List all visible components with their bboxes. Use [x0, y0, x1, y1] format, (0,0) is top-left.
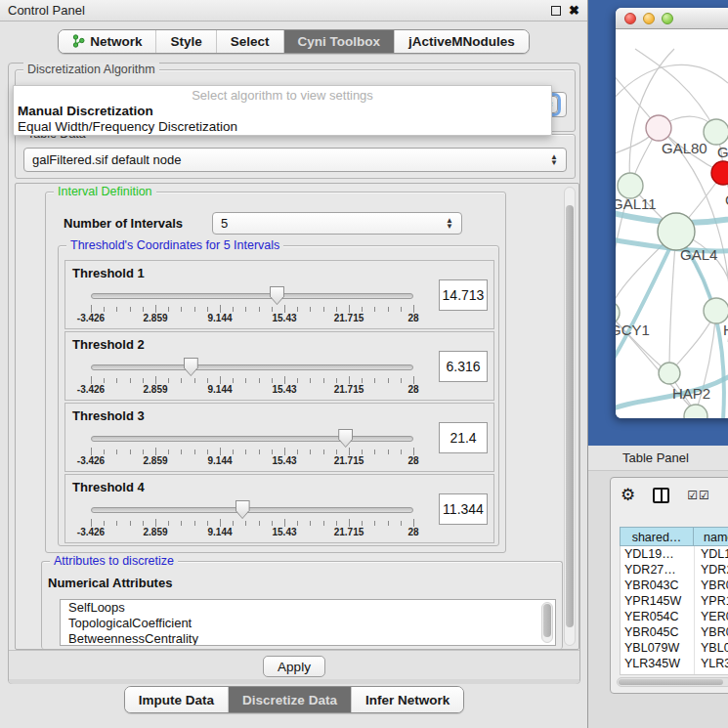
combo-arrows-icon: ▲▼	[550, 154, 558, 166]
minor-tick	[259, 378, 260, 383]
slider-track[interactable]	[91, 436, 413, 442]
zoom-light-icon[interactable]	[662, 13, 673, 24]
slider-track[interactable]	[91, 364, 413, 370]
minimize-light-icon[interactable]	[643, 13, 655, 24]
table-row[interactable]: YLR345WYLR3	[621, 656, 728, 671]
float-window-icon[interactable]	[551, 6, 561, 16]
network-node-ga[interactable]	[704, 119, 728, 145]
numerical-attributes-label: Numerical Attributes	[48, 576, 172, 590]
cell-shared-name[interactable]: YBR043C	[621, 578, 695, 593]
slider-track[interactable]	[91, 293, 413, 299]
minor-tick	[143, 521, 144, 526]
slider-thumb[interactable]	[184, 358, 198, 376]
cell-shared-name[interactable]: YER054C	[621, 609, 695, 624]
table-row[interactable]: YPR145WYPR1	[621, 593, 728, 609]
threshold-value-field[interactable]: 11.344	[439, 493, 488, 525]
minor-tick	[388, 521, 389, 526]
cell-name[interactable]: YDR2	[695, 562, 728, 578]
table-data-combobox[interactable]: galFiltered.sif default node ▲▼	[23, 148, 567, 172]
close-icon[interactable]: ✖	[569, 6, 579, 16]
attribute-item-topologicalcoefficient[interactable]: TopologicalCoefficient	[61, 616, 555, 631]
horizontal-scrollbar[interactable]	[617, 677, 728, 687]
slider-track[interactable]	[91, 507, 413, 513]
table-row[interactable]: YDL19…YDL1	[621, 546, 728, 562]
major-tick	[220, 305, 221, 313]
dropdown-option-equal-width-frequency-discretization[interactable]: Equal Width/Frequency Discretization	[14, 119, 551, 135]
cell-shared-name[interactable]: YBR045C	[621, 624, 695, 640]
cell-name[interactable]: YPR1	[695, 593, 728, 609]
cell-name[interactable]: YLR3	[695, 656, 728, 671]
slider-thumb[interactable]	[236, 500, 250, 519]
network-window[interactable]: GAL80GACGAL11GAL4GCY1HHAP2	[616, 8, 728, 418]
network-node-c[interactable]	[711, 161, 728, 185]
tab-impute-data[interactable]: Impute Data	[125, 687, 229, 712]
column-header-shared-name[interactable]: shared…	[620, 527, 694, 546]
minor-tick	[401, 307, 402, 312]
cell-name[interactable]: YBR0	[695, 624, 728, 640]
tick-label: 28	[407, 384, 418, 395]
cell-name[interactable]: YBL0	[695, 640, 728, 656]
threshold-value-field[interactable]: 6.316	[439, 351, 488, 382]
table-row[interactable]: YDR27…YDR2	[621, 562, 728, 578]
attribute-item-betweennesscentrality[interactable]: BetweennessCentrality	[61, 631, 555, 646]
major-tick	[349, 376, 350, 384]
split-columns-icon[interactable]	[653, 488, 669, 503]
tab-jactivemnodules[interactable]: jActiveMNodules	[395, 30, 529, 53]
cell-name[interactable]: YER0	[695, 609, 728, 624]
dropdown-option-manual-discretization[interactable]: Manual Discretization	[14, 104, 551, 119]
table-row[interactable]: YBR045CYBR0	[621, 624, 728, 640]
list-scrollbar-thumb[interactable]	[543, 604, 551, 637]
numerical-attributes-list[interactable]: SelfLoopsTopologicalCoefficientBetweenne…	[60, 599, 556, 646]
checked-checkbox-icons[interactable]: ☑☑	[687, 489, 710, 502]
network-canvas[interactable]: GAL80GACGAL11GAL4GCY1HHAP2	[616, 29, 728, 418]
tab-network[interactable]: Network	[59, 30, 156, 53]
network-node-hap2[interactable]	[659, 363, 680, 384]
threshold-value-field[interactable]: 21.4	[439, 422, 488, 453]
vertical-scrollbar[interactable]	[564, 187, 576, 646]
tab-discretize-data[interactable]: Discretize Data	[229, 687, 352, 712]
cell-name[interactable]: YBR0	[695, 578, 728, 593]
column-header-name[interactable]: name	[694, 527, 728, 546]
cell-shared-name[interactable]: YPR145W	[621, 593, 695, 609]
table-data-value: galFiltered.sif default node	[32, 152, 181, 167]
tab-select[interactable]: Select	[217, 30, 284, 53]
apply-button[interactable]: Apply	[263, 656, 325, 677]
table-row[interactable]: YIL052CYIL0	[621, 671, 728, 675]
table-row[interactable]: YBL079WYBL0	[621, 640, 728, 656]
slider-thumb[interactable]	[338, 429, 353, 448]
table-row[interactable]: YER054CYER0	[621, 609, 728, 624]
cell-name[interactable]: YDL1	[695, 546, 728, 562]
minor-tick	[297, 521, 298, 526]
algorithm-dropdown-popup: Select algorithm to view settings Manual…	[13, 85, 552, 136]
cell-shared-name[interactable]: YBL079W	[621, 640, 695, 656]
network-node-clipped[interactable]	[684, 405, 707, 418]
horizontal-scrollbar-thumb[interactable]	[619, 679, 723, 685]
number-of-intervals-combobox[interactable]: 5 ▲▼	[212, 212, 462, 235]
attribute-item-selfloops[interactable]: SelfLoops	[61, 600, 555, 616]
network-node-h[interactable]	[704, 298, 728, 323]
threshold-value-field[interactable]: 14.713	[439, 279, 488, 311]
tab-style[interactable]: Style	[156, 30, 216, 53]
cell-shared-name[interactable]: YLR345W	[621, 656, 695, 671]
tick-label: 2.859	[143, 455, 167, 466]
major-tick	[284, 305, 285, 313]
cell-name[interactable]: YIL0	[695, 671, 728, 675]
minor-tick	[245, 378, 246, 383]
network-node-gal80[interactable]	[646, 115, 671, 141]
close-light-icon[interactable]	[624, 13, 636, 24]
network-node-gal4[interactable]	[658, 213, 695, 250]
tab-infer-network[interactable]: Infer Network	[352, 687, 463, 712]
slider-thumb[interactable]	[270, 286, 284, 305]
scrollbar-thumb[interactable]	[566, 205, 574, 627]
minor-tick	[272, 307, 273, 312]
minor-tick	[143, 378, 144, 383]
minor-tick	[310, 378, 311, 383]
cell-shared-name[interactable]: YDR27…	[621, 562, 695, 578]
table-header-row: shared… name	[620, 527, 728, 546]
cell-shared-name[interactable]: YIL052C	[621, 671, 695, 675]
list-scrollbar[interactable]	[541, 602, 553, 643]
cell-shared-name[interactable]: YDL19…	[621, 546, 695, 562]
gear-icon[interactable]: ⚙	[621, 488, 635, 503]
tab-cyni-toolbox[interactable]: Cyni Toolbox	[284, 30, 396, 53]
table-row[interactable]: YBR043CYBR0	[621, 578, 728, 593]
